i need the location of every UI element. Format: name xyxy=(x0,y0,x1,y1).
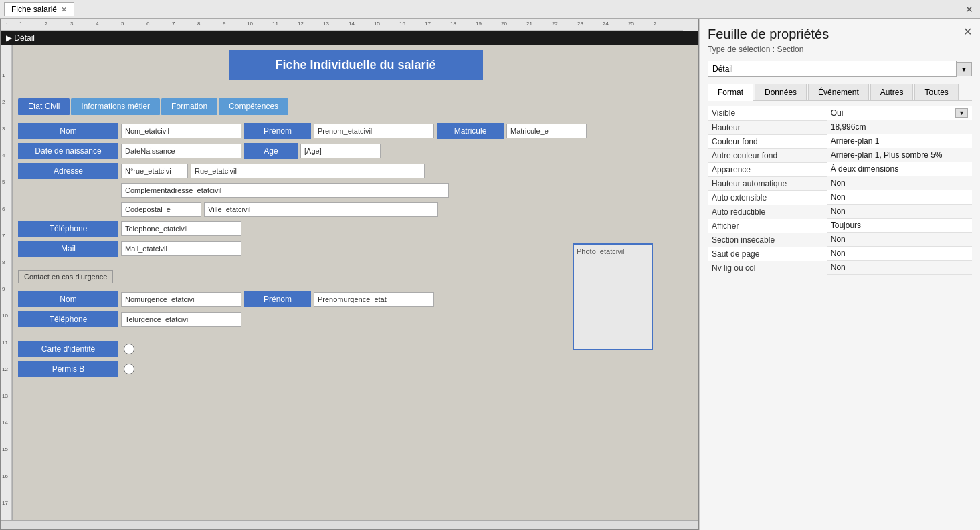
tab-formation[interactable]: Formation xyxy=(161,98,217,115)
props-table-row: Saut de page Non xyxy=(708,247,972,261)
props-dropdown[interactable]: Détail xyxy=(708,61,957,77)
telephone-row: Téléphone xyxy=(18,221,693,237)
props-tab-format[interactable]: Format xyxy=(708,84,753,101)
date-naissance-input[interactable] xyxy=(121,144,241,158)
props-table-row: Section insécable Non xyxy=(708,233,972,247)
prop-name: Nv lig ou col xyxy=(708,261,827,275)
telephone-input[interactable] xyxy=(121,221,241,236)
svg-text:6: 6 xyxy=(2,206,5,212)
age-input[interactable] xyxy=(300,144,381,158)
selection-type-value: Section xyxy=(777,45,803,54)
main-layout: ruler marks generated below · 1 2 3 4 5 … xyxy=(0,19,980,530)
prop-value: Non xyxy=(827,247,972,261)
prop-value: Non xyxy=(827,261,972,275)
tab-close-icon[interactable]: ✕ xyxy=(61,5,67,14)
nom-urgence-label: Nom xyxy=(18,291,118,307)
detail-bar: ▶ Détail xyxy=(1,31,698,45)
svg-text:15: 15 xyxy=(2,446,8,452)
nom-label: Nom xyxy=(18,123,118,139)
carte-identite-radio[interactable] xyxy=(124,344,134,354)
props-table-row: Autre couleur fond Arrière-plan 1, Plus … xyxy=(708,148,972,162)
form-panel: ruler marks generated below · 1 2 3 4 5 … xyxy=(0,19,699,530)
tab-info-metier[interactable]: Informations métier xyxy=(71,98,160,115)
prenom-urgence-input[interactable] xyxy=(314,292,434,307)
svg-text:9: 9 xyxy=(2,286,5,292)
form-title: Fiche Individuelle du salarié xyxy=(229,50,483,80)
prop-name: Hauteur automatique xyxy=(708,176,827,190)
horizontal-ruler: ruler marks generated below · 1 2 3 4 5 … xyxy=(1,19,698,31)
svg-text:16: 16 xyxy=(2,473,8,479)
svg-text:12: 12 xyxy=(2,366,8,372)
props-close-button[interactable]: ✕ xyxy=(963,27,972,37)
props-table-row: Hauteur automatique Non xyxy=(708,176,972,190)
tab-etat-civil[interactable]: Etat Civil xyxy=(18,98,70,115)
prop-value: À deux dimensions xyxy=(827,162,972,176)
prop-value: 18,996cm xyxy=(827,120,972,134)
tel-urgence-input[interactable] xyxy=(121,312,241,327)
main-tab[interactable]: Fiche salarié ✕ xyxy=(4,2,74,16)
prenom-urgence-label: Prénom xyxy=(244,291,311,307)
prop-value-arrow[interactable]: ▼ xyxy=(955,108,968,118)
tab-competences[interactable]: Compétences xyxy=(219,98,288,115)
horizontal-scrollbar[interactable] xyxy=(1,520,698,529)
svg-text:14: 14 xyxy=(2,420,8,426)
matricule-input[interactable] xyxy=(506,124,587,138)
props-table: Visible Oui ▼ Hauteur 18,996cm Couleur f… xyxy=(708,106,972,275)
adresse-row: Adresse xyxy=(18,163,693,179)
permis-b-label: Permis B xyxy=(18,361,118,377)
adresse-label: Adresse xyxy=(18,163,118,179)
svg-text:3: 3 xyxy=(2,126,5,132)
form-canvas: Fiche Individuelle du salarié Etat Civil… xyxy=(13,45,698,520)
prop-name: Auto réductible xyxy=(708,205,827,219)
svg-text:8: 8 xyxy=(2,259,5,265)
props-tab-donnees[interactable]: Données xyxy=(755,84,807,100)
window-close-button[interactable]: ✕ xyxy=(963,4,976,15)
age-label: Age xyxy=(244,143,298,159)
mail-input[interactable] xyxy=(121,241,241,256)
nom-urgence-input[interactable] xyxy=(121,292,241,307)
ville-input[interactable] xyxy=(204,202,438,217)
title-bar: Fiche salarié ✕ ✕ xyxy=(0,0,980,19)
prop-name: Saut de page xyxy=(708,247,827,261)
props-tabs: Format Données Événement Autres Toutes xyxy=(708,84,972,101)
props-table-row: Nv lig ou col Non xyxy=(708,261,972,275)
prop-value: Non xyxy=(827,176,972,190)
form-inner[interactable]: Fiche Individuelle du salarié Etat Civil… xyxy=(13,45,698,520)
prop-name: Autre couleur fond xyxy=(708,148,827,162)
svg-text:11: 11 xyxy=(2,340,8,346)
permis-b-row: Permis B xyxy=(18,361,693,377)
codepostal-row xyxy=(18,202,693,217)
prop-name: Afficher xyxy=(708,219,827,233)
props-dropdown-arrow[interactable]: ▼ xyxy=(957,62,972,76)
nrue-input[interactable] xyxy=(121,164,188,178)
photo-label: Photo_etatcivil xyxy=(577,247,625,255)
photo-box: Photo_etatcivil xyxy=(573,243,653,350)
prenom-input[interactable] xyxy=(314,124,434,138)
prop-value[interactable]: Oui ▼ xyxy=(827,106,972,120)
props-table-row: Auto réductible Non xyxy=(708,205,972,219)
carte-identite-label: Carte d'identité xyxy=(18,341,118,357)
props-select-row: Détail ▼ xyxy=(708,61,972,77)
complement-row xyxy=(18,183,693,198)
svg-text:13: 13 xyxy=(2,393,8,399)
complement-input[interactable] xyxy=(121,183,449,198)
props-table-row: Visible Oui ▼ xyxy=(708,106,972,120)
props-tab-autres[interactable]: Autres xyxy=(870,84,914,100)
svg-text:10: 10 xyxy=(2,313,8,319)
nom-input[interactable] xyxy=(121,124,241,138)
form-scroll-area: 1 2 3 4 5 6 7 8 9 10 11 12 13 14 15 16 1 xyxy=(1,45,698,520)
prop-value: Non xyxy=(827,190,972,205)
props-tab-toutes[interactable]: Toutes xyxy=(914,84,958,100)
prop-name: Section insécable xyxy=(708,233,827,247)
rue-input[interactable] xyxy=(191,164,425,178)
permis-b-radio[interactable] xyxy=(124,364,134,374)
tel-urgence-label: Téléphone xyxy=(18,311,118,327)
codepostal-input[interactable] xyxy=(121,202,201,217)
properties-panel: Feuille de propriétés ✕ Type de sélectio… xyxy=(699,19,980,530)
svg-text:5: 5 xyxy=(2,179,5,185)
props-title: Feuille de propriétés xyxy=(708,27,829,42)
props-tab-evenement[interactable]: Événement xyxy=(808,84,869,100)
svg-text:2: 2 xyxy=(2,99,5,105)
prop-value: Non xyxy=(827,205,972,219)
props-table-row: Hauteur 18,996cm xyxy=(708,120,972,134)
